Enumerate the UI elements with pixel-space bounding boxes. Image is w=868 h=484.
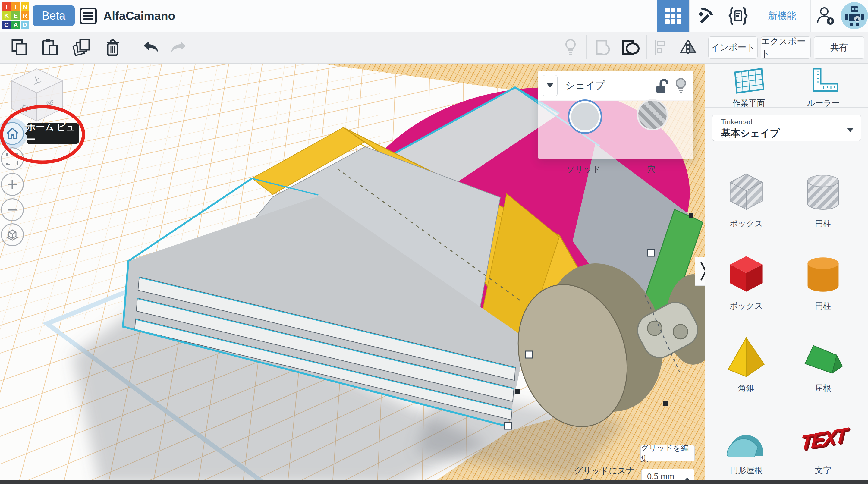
undo-button[interactable] bbox=[137, 32, 164, 63]
import-button[interactable]: インポート bbox=[708, 36, 758, 59]
workplane-icon bbox=[732, 67, 765, 95]
ungroup-icon bbox=[622, 39, 640, 56]
redo-button[interactable] bbox=[165, 32, 192, 63]
trash-icon bbox=[105, 38, 121, 56]
share-button[interactable]: 共有 bbox=[814, 36, 864, 59]
workplane-label: 作業平面 bbox=[733, 98, 765, 109]
text-shape-icon: TEXT bbox=[800, 423, 846, 455]
lightbulb-icon[interactable] bbox=[675, 78, 687, 94]
group-icon bbox=[594, 39, 611, 56]
shape-tile-hole-box[interactable]: ボックス bbox=[710, 154, 782, 229]
align-icon bbox=[654, 39, 667, 55]
light-toggle-button[interactable] bbox=[558, 32, 583, 63]
paste-button[interactable] bbox=[36, 32, 63, 63]
grid-icon bbox=[665, 8, 681, 24]
orthographic-icon bbox=[6, 228, 19, 241]
shape-tile-hole-cylinder[interactable]: 円柱 bbox=[787, 154, 859, 229]
minus-icon bbox=[6, 204, 19, 216]
hole-option-swatch[interactable] bbox=[638, 101, 667, 129]
robot-avatar-image bbox=[844, 4, 865, 27]
panel-collapse-button[interactable] bbox=[542, 75, 558, 96]
tinkercad-logo[interactable]: T I N K E R C A D bbox=[2, 2, 29, 29]
duplicate-icon bbox=[72, 38, 90, 56]
export-button[interactable]: エクスポート bbox=[761, 36, 811, 59]
undo-icon bbox=[142, 40, 159, 54]
home-view-tooltip: ホーム ビュー bbox=[27, 123, 79, 144]
minecraft-export-button[interactable] bbox=[689, 0, 722, 32]
solid-option-label: ソリッド bbox=[553, 164, 614, 175]
mirror-icon bbox=[679, 39, 698, 55]
ruler-icon bbox=[807, 67, 840, 95]
app-header: T I N K E R C A D Beta AlfaCaimano bbox=[0, 0, 868, 32]
redo-icon bbox=[170, 40, 187, 54]
tooltip-text: ホーム ビュー bbox=[27, 121, 79, 146]
duplicate-button[interactable] bbox=[67, 32, 96, 63]
view-cube[interactable]: 上 右 後 bbox=[11, 69, 63, 121]
library-brand: Tinkercad bbox=[721, 118, 752, 126]
tinkercad-app: 上 右 後 ホーム ビュー bbox=[0, 0, 868, 484]
view-cube-left-label: 右 bbox=[20, 102, 28, 113]
design-menu-icon[interactable] bbox=[80, 8, 97, 24]
codeblocks-icon bbox=[728, 7, 748, 25]
ungroup-button[interactable] bbox=[617, 32, 644, 63]
pickaxe-icon bbox=[697, 7, 715, 25]
workplane-tool[interactable]: 作業平面 bbox=[711, 63, 786, 109]
mirror-button[interactable] bbox=[675, 32, 702, 63]
zoom-out-button[interactable] bbox=[1, 198, 24, 221]
home-view-button[interactable] bbox=[1, 122, 24, 145]
caret-down-icon bbox=[847, 128, 854, 135]
zoom-in-button[interactable] bbox=[1, 173, 24, 196]
panel-title: シェイプ bbox=[565, 71, 605, 100]
plus-icon bbox=[6, 178, 19, 190]
library-selected: 基本シェイプ bbox=[721, 127, 780, 140]
shape-library-select[interactable]: Tinkercad 基本シェイプ bbox=[712, 115, 861, 141]
shape-tile-text[interactable]: TEXT 文字 bbox=[787, 400, 859, 476]
hole-option-label: 穴 bbox=[621, 164, 681, 175]
ruler-tool[interactable]: ルーラー bbox=[786, 63, 861, 109]
new-features-link[interactable]: 新機能 bbox=[754, 0, 810, 32]
unlock-icon[interactable] bbox=[655, 79, 669, 94]
codeblocks-button[interactable] bbox=[722, 0, 754, 32]
orange-cylinder-icon bbox=[801, 252, 846, 297]
group-button[interactable] bbox=[589, 32, 616, 63]
edit-toolbar: インポート エクスポート 共有 bbox=[0, 32, 868, 64]
solid-option-swatch[interactable] bbox=[568, 99, 602, 134]
shapes-sidebar: 作業平面 ルーラー Tinkercad 基本シェイプ bbox=[705, 63, 868, 484]
home-icon bbox=[6, 127, 19, 140]
roof-icon bbox=[801, 334, 846, 379]
shape-tile-pyramid[interactable]: 角錐 bbox=[710, 318, 782, 394]
edit-grid-button[interactable]: グリッドを編集 bbox=[641, 445, 695, 461]
fit-view-button[interactable] bbox=[1, 147, 24, 170]
hole-cylinder-icon bbox=[801, 170, 846, 215]
align-button[interactable] bbox=[649, 32, 673, 63]
person-add-icon bbox=[816, 7, 835, 25]
beta-badge[interactable]: Beta bbox=[33, 5, 75, 26]
shape-tile-round-roof[interactable]: 円形屋根 bbox=[710, 400, 782, 476]
shape-tile-orange-cylinder[interactable]: 円柱 bbox=[787, 236, 859, 311]
design-title[interactable]: AlfaCaimano bbox=[103, 0, 175, 32]
paste-icon bbox=[41, 38, 58, 56]
shape-tile-red-box[interactable]: ボックス bbox=[710, 236, 782, 311]
red-box-icon bbox=[724, 252, 769, 297]
shape-inspector-panel: シェイプ ソリッド 穴 bbox=[538, 71, 693, 159]
fit-view-icon bbox=[6, 153, 19, 165]
lightbulb-icon bbox=[564, 38, 577, 56]
shape-tile-roof[interactable]: 屋根 bbox=[787, 318, 859, 394]
bottom-overlay-bar bbox=[0, 480, 868, 484]
hole-box-icon bbox=[724, 170, 769, 215]
copy-button[interactable] bbox=[6, 32, 33, 63]
add-user-button[interactable] bbox=[811, 0, 841, 32]
ruler-label: ルーラー bbox=[807, 98, 840, 109]
dashboard-grid-button[interactable] bbox=[657, 0, 689, 32]
pyramid-icon bbox=[724, 334, 769, 379]
user-avatar[interactable] bbox=[841, 2, 868, 29]
delete-button[interactable] bbox=[98, 32, 127, 63]
copy-icon bbox=[11, 39, 28, 56]
caret-down-icon bbox=[547, 84, 553, 91]
view-cube-right-label: 後 bbox=[46, 98, 54, 110]
round-roof-icon bbox=[724, 416, 769, 461]
perspective-toggle-button[interactable] bbox=[1, 223, 24, 246]
